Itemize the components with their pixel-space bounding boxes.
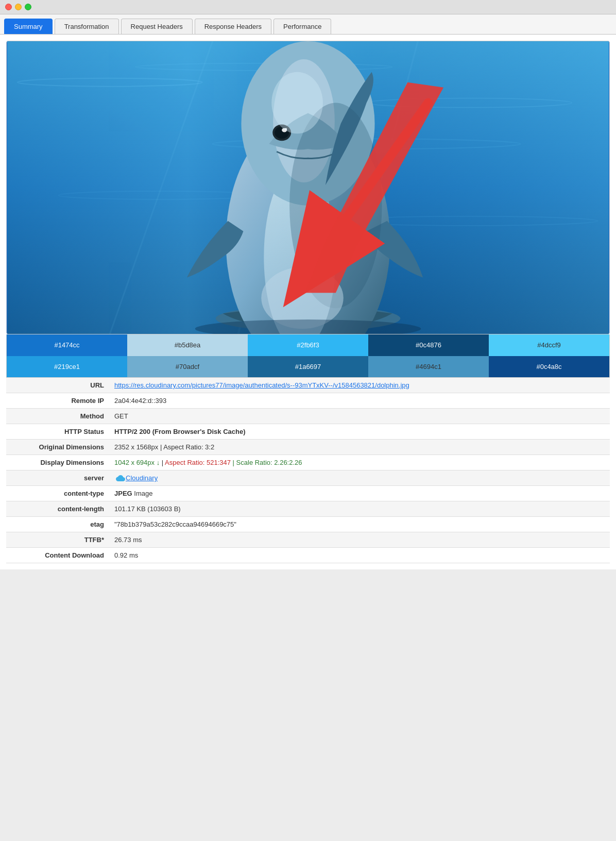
table-row: Original Dimensions2352 x 1568px | Aspec… [6,440,610,455]
row-value: 0.92 ms [109,548,610,563]
table-row: URLhttps://res.cloudinary.com/pictures77… [6,378,610,393]
table-row: Remote IP2a04:4e42:d::393 [6,393,610,409]
row-key: Method [6,409,109,424]
row-value: HTTP/2 200 (From Browser's Disk Cache) [109,424,610,440]
row-key: TTFB* [6,532,109,548]
minimize-button[interactable] [15,4,22,10]
color-swatch-3: #0c4876 [368,334,489,356]
row-key: Display Dimensions [6,455,109,470]
url-link[interactable]: https://res.cloudinary.com/pictures77/im… [114,381,409,389]
title-bar [0,0,616,14]
table-row: MethodGET [6,409,610,424]
row-value: JPEG Image [109,486,610,501]
color-swatch-9: #0c4a8c [489,356,609,378]
row-key: URL [6,378,109,393]
row-value: Cloudinary [109,470,610,486]
row-key: Original Dimensions [6,440,109,455]
dolphin-illustration [7,41,609,334]
row-value: 26.73 ms [109,532,610,548]
table-row: etag"78b1b379a53c282c9ccaa94694669c75" [6,517,610,532]
tab-summary[interactable]: Summary [4,19,53,34]
color-swatch-8: #4694c1 [368,356,489,378]
table-row: Display Dimensions1042 x 694px ↓ | Aspec… [6,455,610,470]
traffic-lights [5,4,31,10]
color-swatch-7: #1a6697 [248,356,368,378]
row-key: Content Download [6,548,109,563]
tab-response-headers[interactable]: Response Headers [195,19,271,34]
cloudinary-link[interactable]: Cloudinary [126,474,158,482]
row-value: 1042 x 694px ↓ | Aspect Ratio: 521:347 |… [109,455,610,470]
row-value: 2352 x 1568px | Aspect Ratio: 3:2 [109,440,610,455]
media-image [6,41,610,334]
maximize-button[interactable] [25,4,31,10]
row-key: HTTP Status [6,424,109,440]
table-row: content-length101.17 KB (103603 B) [6,501,610,517]
details-table: URLhttps://res.cloudinary.com/pictures77… [6,378,610,563]
row-key: content-type [6,486,109,501]
main-content: #1474cc#b5d8ea#2fb6f3#0c4876#4dccf9#219c… [0,35,616,569]
table-row: serverCloudinary [6,470,610,486]
svg-point-21 [271,72,323,134]
row-key: etag [6,517,109,532]
cloudinary-icon [114,475,126,482]
tab-transformation[interactable]: Transformation [55,19,119,34]
color-swatch-0: #1474cc [7,334,127,356]
row-value: https://res.cloudinary.com/pictures77/im… [109,378,610,393]
row-value: GET [109,409,610,424]
tab-bar: Summary Transformation Request Headers R… [0,14,616,35]
tab-request-headers[interactable]: Request Headers [121,19,193,34]
tab-performance[interactable]: Performance [273,19,331,34]
color-swatch-5: #219ce1 [7,356,127,378]
table-row: content-typeJPEG Image [6,486,610,501]
row-key: server [6,470,109,486]
row-key: content-length [6,501,109,517]
color-swatch-4: #4dccf9 [489,334,609,356]
close-button[interactable] [5,4,12,10]
color-swatch-2: #2fb6f3 [248,334,368,356]
table-row: HTTP StatusHTTP/2 200 (From Browser's Di… [6,424,610,440]
row-value: "78b1b379a53c282c9ccaa94694669c75" [109,517,610,532]
color-swatch-6: #70adcf [127,356,248,378]
row-value: 101.17 KB (103603 B) [109,501,610,517]
svg-point-22 [261,267,343,329]
table-row: Content Download0.92 ms [6,548,610,563]
color-swatches: #1474cc#b5d8ea#2fb6f3#0c4876#4dccf9#219c… [6,334,610,378]
row-key: Remote IP [6,393,109,409]
color-swatch-1: #b5d8ea [127,334,248,356]
table-row: TTFB*26.73 ms [6,532,610,548]
row-value: 2a04:4e42:d::393 [109,393,610,409]
